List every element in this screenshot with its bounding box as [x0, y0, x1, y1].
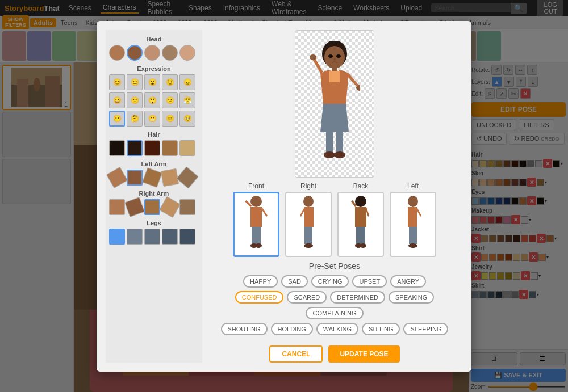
preset-poses-title: Pre-Set Poses — [309, 262, 360, 271]
expr-opt-5[interactable]: 😠 — [179, 74, 195, 90]
expr-opt-15[interactable]: 🥺 — [179, 111, 195, 127]
expr-opt-9[interactable]: 😕 — [162, 92, 178, 108]
preset-row-2: CONFUSED SCARED DETERMINED SPEAKING COMP… — [207, 291, 462, 319]
svg-rect-45 — [304, 207, 314, 227]
svg-point-47 — [304, 243, 313, 248]
back-view-box[interactable] — [337, 192, 384, 257]
expr-opt-12[interactable]: 🤔 — [127, 111, 143, 127]
char-editor-panel: Head Expression 😊 😐 😮 😟 😠 — [106, 30, 202, 363]
legs-opt-2[interactable] — [127, 229, 143, 245]
left-view-label: Left — [407, 182, 419, 190]
svg-rect-49 — [355, 207, 366, 227]
expr-opt-7[interactable]: 🙁 — [127, 92, 143, 108]
cancel-button[interactable]: CANCEL — [269, 345, 323, 363]
head-opt-5[interactable] — [179, 45, 195, 61]
legs-opt-1[interactable] — [109, 229, 125, 245]
svg-point-53 — [408, 196, 418, 207]
svg-rect-50 — [356, 227, 365, 244]
preset-row-3: SHOUTING HOLDING WALKING SITTING SLEEPIN… — [221, 323, 449, 335]
rarm-opt-3[interactable] — [144, 199, 160, 215]
head-opt-2[interactable] — [127, 45, 143, 61]
left-view-group: Left — [390, 182, 436, 257]
preset-sleeping[interactable]: SLEEPING — [403, 323, 448, 335]
expr-opt-13[interactable]: 😬 — [144, 111, 160, 127]
preset-row-1: HAPPY SAD CRYING UPSET ANGRY — [243, 275, 426, 288]
head-opt-1[interactable] — [109, 45, 125, 61]
svg-rect-40 — [250, 207, 262, 227]
preset-sitting[interactable]: SITTING — [362, 323, 400, 335]
head-section-title: Head — [109, 36, 199, 43]
hair-opt-3[interactable] — [144, 140, 160, 156]
larm-opt-2[interactable] — [127, 170, 143, 186]
svg-point-56 — [408, 243, 417, 248]
modal-footer: CANCEL UPDATE POSE — [269, 345, 399, 363]
preset-crying[interactable]: CRYING — [311, 275, 349, 288]
preset-scared[interactable]: SCARED — [287, 291, 327, 304]
preset-confused[interactable]: CONFUSED — [235, 291, 284, 304]
right-view-box[interactable] — [285, 192, 332, 257]
expr-opt-11[interactable]: 😶 — [109, 111, 125, 127]
preset-walking[interactable]: WALKING — [316, 323, 358, 335]
preset-sad[interactable]: SAD — [281, 275, 308, 288]
preset-shouting[interactable]: SHOUTING — [221, 323, 268, 335]
expression-options: 😊 😐 😮 😟 😠 — [109, 74, 199, 90]
legs-opt-4[interactable] — [162, 229, 178, 245]
expr-opt-3[interactable]: 😮 — [144, 74, 160, 90]
larm-opt-1[interactable] — [106, 166, 128, 188]
preset-speaking[interactable]: SPEAKING — [389, 291, 434, 304]
modal-overlay: Head Expression 😊 😐 😮 😟 😠 — [0, 0, 568, 392]
hair-options — [109, 140, 199, 156]
larm-opt-5[interactable] — [176, 166, 198, 188]
character-svg — [309, 41, 360, 166]
hair-opt-4[interactable] — [162, 140, 178, 156]
left-arm-options — [109, 170, 199, 186]
legs-options — [109, 229, 199, 245]
expr-opt-2[interactable]: 😐 — [127, 74, 143, 90]
svg-point-38 — [334, 151, 345, 158]
expr-opt-8[interactable]: 😲 — [144, 92, 160, 108]
hair-opt-1[interactable] — [109, 140, 125, 156]
svg-point-48 — [355, 196, 366, 207]
svg-point-44 — [303, 196, 314, 207]
svg-point-29 — [336, 54, 341, 58]
expr-opt-10[interactable]: 😤 — [179, 92, 195, 108]
svg-point-30 — [333, 58, 336, 61]
expr-opt-14[interactable]: 😑 — [162, 111, 178, 127]
front-view-group: Front — [233, 182, 279, 257]
head-opt-3[interactable] — [144, 45, 160, 61]
legs-opt-5[interactable] — [179, 229, 195, 245]
left-view-box[interactable] — [390, 192, 436, 257]
update-pose-button[interactable]: UPDATE POSE — [328, 345, 399, 363]
svg-point-28 — [328, 54, 333, 58]
rarm-opt-1[interactable] — [109, 199, 125, 215]
svg-rect-36 — [336, 131, 343, 154]
svg-point-37 — [324, 151, 335, 158]
expr-opt-1[interactable]: 😊 — [109, 74, 125, 90]
preset-complaining[interactable]: COMPLAINING — [306, 307, 363, 319]
hair-section-title: Hair — [109, 131, 199, 138]
rarm-opt-5[interactable] — [179, 199, 195, 215]
rarm-opt-4[interactable] — [159, 196, 181, 217]
hair-opt-5[interactable] — [179, 140, 195, 156]
preset-angry[interactable]: ANGRY — [390, 275, 426, 288]
character-large-preview — [295, 30, 374, 178]
expr-opt-4[interactable]: 😟 — [162, 74, 178, 90]
svg-rect-55 — [409, 227, 417, 244]
expression-options-3: 😶 🤔 😬 😑 🥺 — [109, 111, 199, 127]
preset-upset[interactable]: UPSET — [352, 275, 387, 288]
preset-determined[interactable]: DETERMINED — [330, 291, 385, 304]
rarm-opt-2[interactable] — [124, 197, 145, 217]
preset-holding[interactable]: HOLDING — [271, 323, 313, 335]
front-view-box[interactable] — [233, 192, 279, 257]
expr-opt-6[interactable]: 😀 — [109, 92, 125, 108]
head-options — [109, 45, 199, 61]
pose-modal: Head Expression 😊 😐 😮 😟 😠 — [97, 21, 471, 372]
svg-rect-35 — [326, 131, 333, 154]
preset-happy[interactable]: HAPPY — [243, 275, 278, 288]
hair-opt-2[interactable] — [127, 140, 143, 156]
legs-section-title: Legs — [109, 220, 199, 226]
larm-opt-3[interactable] — [142, 167, 162, 188]
expression-section-title: Expression — [109, 65, 199, 72]
legs-opt-3[interactable] — [144, 229, 160, 245]
head-opt-4[interactable] — [162, 45, 178, 61]
